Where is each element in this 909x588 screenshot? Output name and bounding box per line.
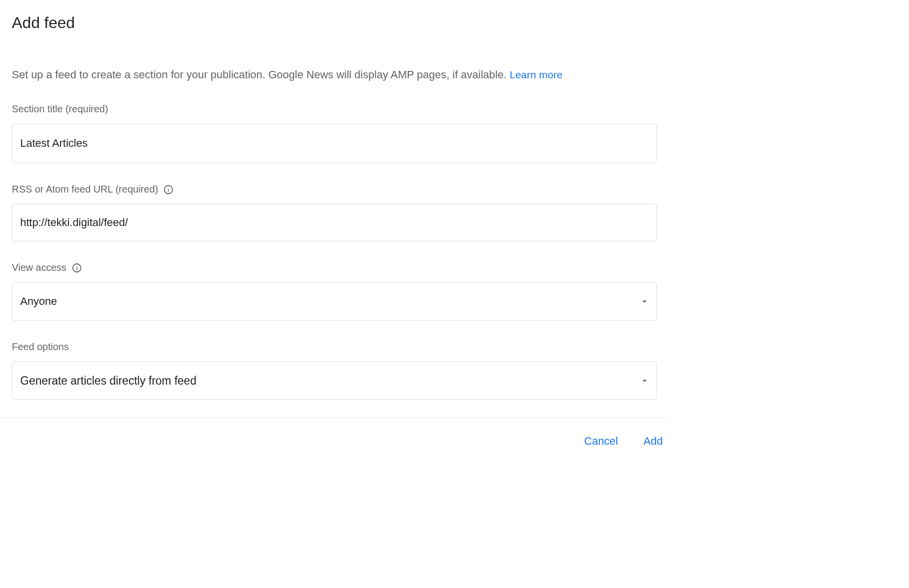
svg-point-5 bbox=[76, 265, 77, 266]
feed-url-label: RSS or Atom feed URL (required) bbox=[12, 184, 158, 195]
feed-options-select-wrap: Generate articles directly from feed bbox=[12, 361, 657, 400]
feed-options-select[interactable]: Generate articles directly from feed bbox=[12, 361, 657, 400]
info-icon[interactable] bbox=[71, 262, 82, 273]
feed-url-field: RSS or Atom feed URL (required) bbox=[12, 184, 657, 241]
dialog-help-text-row: Set up a feed to create a section for yo… bbox=[12, 66, 657, 83]
view-access-field: View access Anyone bbox=[12, 262, 657, 321]
add-button[interactable]: Add bbox=[641, 431, 666, 452]
feed-url-label-row: RSS or Atom feed URL (required) bbox=[12, 184, 657, 195]
section-title-input[interactable] bbox=[12, 124, 657, 163]
view-access-select-wrap: Anyone bbox=[12, 282, 657, 321]
dialog-body: Add feed Set up a feed to create a secti… bbox=[0, 0, 669, 400]
view-access-label-row: View access bbox=[12, 262, 657, 273]
feed-options-selected: Generate articles directly from feed bbox=[20, 374, 196, 388]
view-access-selected: Anyone bbox=[20, 295, 57, 308]
dialog-title: Add feed bbox=[12, 14, 657, 32]
view-access-select[interactable]: Anyone bbox=[12, 282, 657, 321]
learn-more-link[interactable]: Learn more bbox=[510, 69, 562, 80]
view-access-label: View access bbox=[12, 262, 66, 273]
dialog-action-bar: Cancel Add bbox=[0, 418, 669, 452]
section-title-field: Section title (required) bbox=[12, 103, 657, 163]
add-feed-dialog: Add feed Set up a feed to create a secti… bbox=[0, 0, 669, 452]
add-feed-dialog-frame: Add feed Set up a feed to create a secti… bbox=[0, 0, 909, 588]
feed-options-field: Feed options Generate articles directly … bbox=[12, 341, 657, 400]
section-title-label: Section title (required) bbox=[12, 103, 657, 115]
feed-options-label: Feed options bbox=[12, 341, 657, 353]
info-icon[interactable] bbox=[163, 184, 174, 195]
cancel-button[interactable]: Cancel bbox=[581, 431, 620, 452]
feed-url-input[interactable] bbox=[12, 204, 657, 241]
dialog-help-text: Set up a feed to create a section for yo… bbox=[12, 68, 507, 81]
svg-point-2 bbox=[168, 187, 169, 188]
